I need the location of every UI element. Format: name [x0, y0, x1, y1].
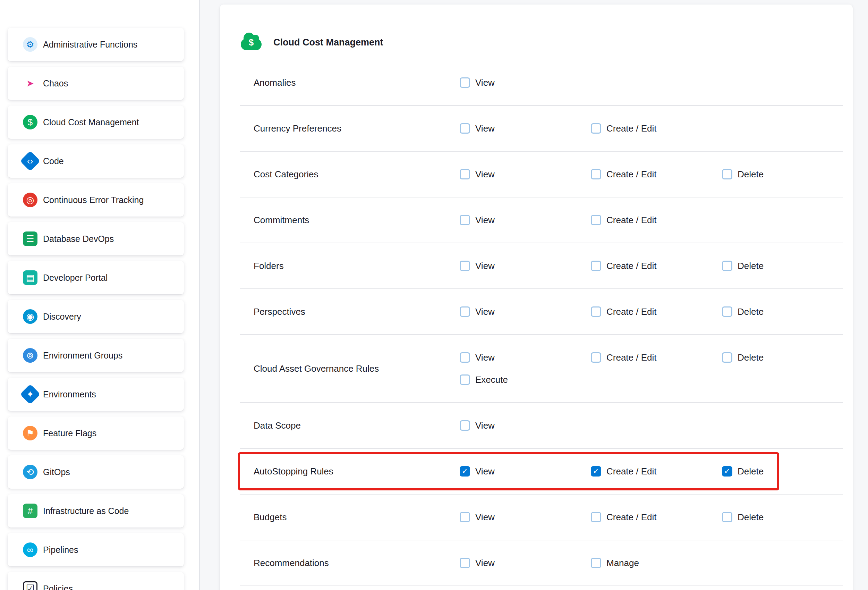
- permission-checkbox[interactable]: [460, 215, 470, 225]
- permission-checkbox[interactable]: [460, 169, 470, 179]
- permission-checkbox[interactable]: [591, 352, 601, 363]
- permission-checkbox[interactable]: [460, 261, 470, 271]
- permission-autostopping-rules-view[interactable]: View: [460, 460, 591, 482]
- permission-label: Create / Edit: [607, 352, 657, 363]
- permission-checkbox[interactable]: [591, 215, 601, 225]
- permission-checkbox-group: View: [460, 403, 843, 448]
- sidebar-item-discovery[interactable]: ◉ Discovery: [7, 300, 184, 333]
- permission-row-label: Recommendations: [240, 540, 460, 586]
- permission-checkbox[interactable]: [722, 466, 732, 476]
- permission-perspectives-view[interactable]: View: [460, 300, 591, 323]
- permission-checkbox[interactable]: [460, 77, 470, 88]
- permission-currency-preferences-view[interactable]: View: [460, 117, 591, 139]
- permission-perspectives-create-edit[interactable]: Create / Edit: [591, 300, 722, 323]
- permission-recommendations-view[interactable]: View: [460, 552, 591, 574]
- sidebar-item-label: Administrative Functions: [43, 40, 137, 50]
- sidebar-item-gitops[interactable]: ⟲ GitOps: [7, 455, 184, 489]
- permission-cloud-asset-governance-rules-view[interactable]: View: [460, 346, 591, 368]
- permission-label: View: [475, 215, 495, 226]
- permission-row-commitments: Commitments View Create / Edit: [240, 198, 843, 243]
- permission-checkbox[interactable]: [460, 466, 470, 476]
- permission-cost-categories-create-edit[interactable]: Create / Edit: [591, 163, 722, 185]
- sidebar-item-environment-groups[interactable]: ⊚ Environment Groups: [7, 339, 184, 372]
- permission-label: Delete: [738, 352, 763, 363]
- permission-checkbox[interactable]: [460, 420, 470, 431]
- permission-cloud-asset-governance-rules-create-edit[interactable]: Create / Edit: [591, 346, 722, 368]
- sidebar-item-developer-portal[interactable]: ▤ Developer Portal: [7, 261, 184, 294]
- permission-label: Create / Edit: [607, 512, 657, 523]
- permission-checkbox-group: View Create / Edit Delete Execute: [460, 335, 843, 402]
- sidebar-item-pipelines[interactable]: ∞ Pipelines: [7, 533, 184, 566]
- sidebar-item-feature-flags[interactable]: ⚑ Feature Flags: [7, 417, 184, 450]
- permission-label: Delete: [738, 169, 763, 180]
- permission-budgets-view[interactable]: View: [460, 506, 591, 528]
- permission-row-label: AutoStopping Rules: [240, 449, 460, 494]
- sidebar-item-infrastructure-as-code[interactable]: # Infrastructure as Code: [7, 494, 184, 528]
- permission-row-folders: Folders View Create / Edit Delete: [240, 243, 843, 289]
- permission-checkbox[interactable]: [722, 261, 732, 271]
- permission-label: Delete: [738, 512, 763, 523]
- permission-checkbox[interactable]: [722, 512, 732, 522]
- permission-label: Delete: [738, 306, 763, 317]
- sidebar-item-cloud-cost-management[interactable]: $ Cloud Cost Management: [7, 105, 184, 139]
- permission-checkbox[interactable]: [460, 123, 470, 134]
- permission-row-budgets: Budgets View Create / Edit Delete: [240, 495, 843, 540]
- permission-checkbox[interactable]: [722, 306, 732, 317]
- permission-autostopping-rules-create-edit[interactable]: Create / Edit: [591, 460, 722, 482]
- permission-checkbox[interactable]: [591, 306, 601, 317]
- discovery-icon: ◉: [23, 309, 37, 324]
- sidebar-item-database-devops[interactable]: ☰ Database DevOps: [7, 222, 184, 256]
- permission-label: Create / Edit: [607, 169, 657, 180]
- permission-checkbox[interactable]: [460, 374, 470, 385]
- permission-checkbox-group: View Create / Edit Delete: [460, 289, 843, 334]
- sidebar-item-administrative-functions[interactable]: ⚙ Administrative Functions: [7, 28, 184, 61]
- permission-checkbox[interactable]: [460, 512, 470, 522]
- permission-checkbox-group: View Create / Edit Delete: [460, 495, 843, 540]
- permission-cost-categories-delete[interactable]: Delete: [722, 163, 843, 185]
- permission-checkbox-group: View Create / Edit Delete: [460, 243, 843, 288]
- permission-autostopping-rules-delete[interactable]: Delete: [722, 460, 843, 482]
- permission-checkbox[interactable]: [722, 169, 732, 179]
- sidebar-item-policies[interactable]: ☑ Policies: [7, 572, 184, 590]
- permission-budgets-create-edit[interactable]: Create / Edit: [591, 506, 722, 528]
- permission-commitments-create-edit[interactable]: Create / Edit: [591, 209, 722, 231]
- permission-checkbox[interactable]: [591, 169, 601, 179]
- permission-checkbox[interactable]: [591, 558, 601, 568]
- permission-data-scope-view[interactable]: View: [460, 414, 591, 436]
- permission-commitments-view[interactable]: View: [460, 209, 591, 231]
- permission-cloud-asset-governance-rules-delete[interactable]: Delete: [722, 346, 843, 368]
- permission-folders-create-edit[interactable]: Create / Edit: [591, 255, 722, 277]
- permission-cloud-asset-governance-rules-execute[interactable]: Execute: [460, 368, 591, 391]
- permission-label: View: [475, 352, 495, 363]
- permission-cost-categories-view[interactable]: View: [460, 163, 591, 185]
- permission-recommendations-manage[interactable]: Manage: [591, 552, 722, 574]
- permission-checkbox[interactable]: [460, 352, 470, 363]
- permission-checkbox[interactable]: [591, 261, 601, 271]
- permission-checkbox[interactable]: [591, 123, 601, 134]
- sidebar-item-continuous-error-tracking[interactable]: ◎ Continuous Error Tracking: [7, 183, 184, 217]
- permission-folders-view[interactable]: View: [460, 255, 591, 277]
- sidebar-item-chaos[interactable]: ➤ Chaos: [7, 67, 184, 100]
- permission-budgets-delete[interactable]: Delete: [722, 506, 843, 528]
- permission-folders-delete[interactable]: Delete: [722, 255, 843, 277]
- sidebar-item-label: Continuous Error Tracking: [43, 195, 144, 205]
- permission-checkbox-group: View Create / Edit Delete: [460, 449, 843, 494]
- permission-anomalies-view[interactable]: View: [460, 71, 591, 94]
- permission-perspectives-delete[interactable]: Delete: [722, 300, 843, 323]
- sidebar-item-environments[interactable]: ✦ Environments: [7, 378, 184, 411]
- permissions-table: Anomalies View Currency Preferences View…: [240, 60, 843, 586]
- permission-label: View: [475, 306, 495, 317]
- cloud-dollar-icon: $: [23, 115, 37, 129]
- permission-checkbox[interactable]: [722, 352, 732, 363]
- permission-row-label: Currency Preferences: [240, 106, 460, 151]
- permission-checkbox[interactable]: [460, 306, 470, 317]
- policies-icon: ☑: [23, 581, 37, 590]
- permission-currency-preferences-create-edit[interactable]: Create / Edit: [591, 117, 722, 139]
- permission-checkbox[interactable]: [460, 558, 470, 568]
- permission-checkbox[interactable]: [591, 512, 601, 522]
- permission-row-label: Budgets: [240, 495, 460, 540]
- sidebar-item-code[interactable]: ‹› Code: [7, 144, 184, 178]
- sidebar-item-label: Environments: [43, 389, 96, 399]
- app-root: ⚙ Administrative Functions ➤ Chaos $ Clo…: [0, 0, 868, 590]
- permission-checkbox[interactable]: [591, 466, 601, 476]
